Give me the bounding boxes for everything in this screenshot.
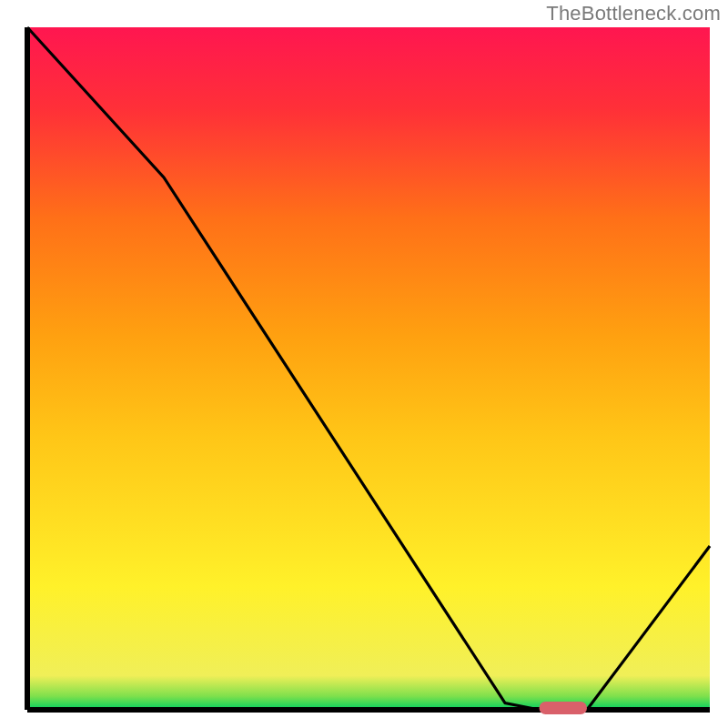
plot-area [27, 27, 710, 710]
bottleneck-chart [0, 0, 728, 728]
watermark-text: TheBottleneck.com [546, 2, 721, 25]
chart-frame: TheBottleneck.com [0, 0, 728, 728]
optimal-range-marker [540, 702, 588, 714]
